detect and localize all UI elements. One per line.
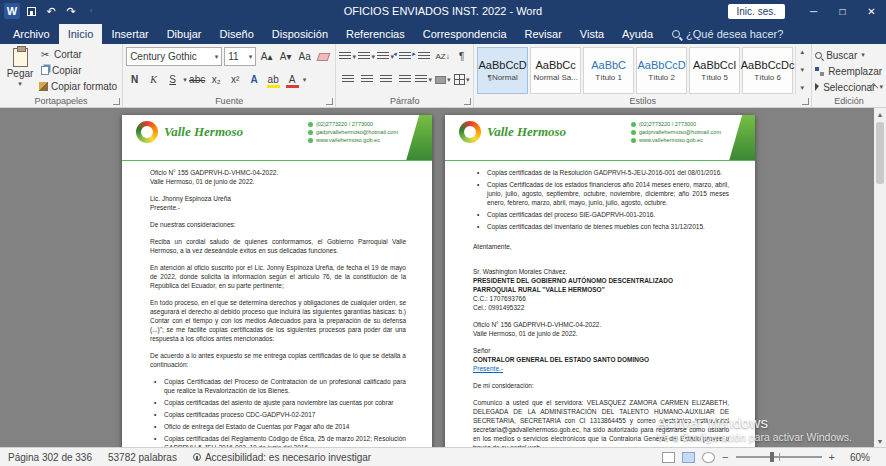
copy-button[interactable]: Copiar [37, 63, 119, 78]
ribbon-tab[interactable]: Revisar [516, 24, 571, 44]
zoom-level[interactable]: 60% [842, 452, 878, 463]
ribbon-tab[interactable]: Referencias [337, 24, 414, 44]
change-case-button[interactable]: Aa [296, 47, 313, 66]
multilevel-list-button[interactable]: ▾ [377, 47, 394, 66]
font-dialog-launcher[interactable] [326, 98, 333, 105]
undo-button[interactable]: ↶ [42, 2, 60, 20]
editing-group-label: Edición [812, 96, 886, 106]
scroll-down-button[interactable]: ▼ [877, 435, 884, 447]
increase-indent-button[interactable] [415, 47, 432, 66]
format-painter-button[interactable]: Copiar formato [37, 79, 119, 94]
vertical-scrollbar[interactable]: ▲ ▼ [874, 108, 886, 447]
font-color-dropdown-icon[interactable]: ▾ [303, 76, 307, 84]
web-layout-button[interactable] [702, 452, 715, 463]
highlight-button[interactable]: ab [265, 70, 282, 89]
print-layout-button[interactable] [682, 452, 695, 463]
font-group-label: Fuente [123, 96, 335, 106]
strikethrough-button[interactable]: abc [189, 70, 206, 89]
ribbon-tab[interactable]: Dibujar [158, 24, 211, 44]
gallery-up-button[interactable]: ▴ [800, 48, 804, 56]
zoom-slider[interactable] [736, 456, 822, 458]
replace-button[interactable]: Reemplazar [815, 64, 883, 78]
align-left-button[interactable] [339, 70, 356, 89]
grow-font-button[interactable]: A▴ [258, 47, 275, 66]
bold-button[interactable]: N [126, 70, 143, 89]
doc-paragraph: De acuerdo a lo antes expuesto se me ent… [150, 351, 406, 369]
decrease-indent-button[interactable] [396, 47, 413, 66]
ribbon-tab[interactable]: Disposición [263, 24, 337, 44]
bullet-list-button[interactable]: ▾ [339, 47, 356, 66]
style-item[interactable]: AaBbCcI Título 5 [689, 47, 740, 94]
align-center-button[interactable] [358, 70, 375, 89]
paste-button[interactable]: Pegar ▾ [3, 46, 37, 94]
tell-me-search[interactable]: ¿Qué desea hacer? [672, 28, 783, 44]
underline-button[interactable]: S [164, 70, 181, 89]
font-size-select[interactable]: 11 ▾ [224, 47, 256, 66]
italic-button[interactable]: K [145, 70, 162, 89]
font-name-select[interactable]: Century Gothic ▾ [126, 47, 222, 66]
sort-button[interactable]: AZ↓ [434, 47, 451, 66]
ribbon-tab[interactable]: Diseño [211, 24, 263, 44]
chevron-down-icon: ▾ [371, 53, 375, 61]
paste-dropdown-icon[interactable]: ▾ [18, 80, 22, 88]
doc-paragraph: Copias certificadas del Reglamento Códig… [150, 434, 406, 447]
style-item[interactable]: AaBbCcD Título 2 [636, 47, 687, 94]
clipboard-dialog-launcher[interactable] [113, 98, 120, 105]
close-button[interactable]: ✕ [857, 0, 886, 22]
shading-button[interactable]: ▾ [434, 70, 451, 89]
align-right-button[interactable] [377, 70, 394, 89]
word-count[interactable]: 53782 palabras [100, 452, 185, 463]
ribbon-tab[interactable]: Archivo [4, 24, 59, 44]
underline-dropdown-icon[interactable]: ▾ [183, 76, 187, 84]
qat-customize-button[interactable]: ▾ [82, 2, 100, 20]
save-button[interactable] [22, 2, 40, 20]
scrollbar-thumb[interactable] [876, 122, 884, 184]
font-color-button[interactable]: A [284, 70, 301, 89]
zoom-out-button[interactable]: − [722, 451, 728, 463]
line-spacing-button[interactable]: ▾ [415, 70, 432, 89]
page-indicator[interactable]: Página 302 de 336 [0, 452, 100, 463]
document-area[interactable]: Valle Hermoso (02)2773220 / 2773000 gadp… [0, 108, 874, 447]
accessibility-status[interactable]: Accesibilidad: es necesario investigar [185, 452, 379, 463]
borders-button[interactable]: ▾ [453, 70, 470, 89]
font-size-value: 11 [228, 51, 238, 62]
redo-button[interactable]: ↷ [62, 2, 80, 20]
find-button[interactable]: Buscar ▾ [815, 48, 883, 62]
show-marks-button[interactable]: ¶ [453, 47, 470, 66]
ribbon-tabs: ArchivoInicioInsertarDibujarDiseñoDispos… [0, 24, 662, 44]
sign-in-button[interactable]: Inic. ses. [728, 4, 785, 19]
style-item[interactable]: AaBbCcDc Título 6 [742, 47, 793, 94]
style-item[interactable]: AaBbC Título 1 [583, 47, 634, 94]
justify-button[interactable] [396, 70, 413, 89]
cut-button[interactable]: ✂ Cortar [37, 47, 119, 62]
ribbon-tab[interactable]: Vista [571, 24, 613, 44]
subscript-button[interactable]: x₂ [208, 70, 225, 89]
superscript-button[interactable]: x² [227, 70, 244, 89]
style-item[interactable]: AaBbCc Normal Sa... [530, 47, 581, 94]
styles-group: AaBbCcD ¶Normal AaBbCc Normal Sa... AaBb… [474, 44, 812, 107]
paragraph-dialog-launcher[interactable] [464, 98, 471, 105]
document-page-1[interactable]: Valle Hermoso (02)2773220 / 2773000 gadp… [122, 115, 432, 447]
read-mode-button[interactable] [662, 452, 675, 463]
gallery-more-button[interactable]: ▾ [800, 84, 804, 92]
styles-dialog-launcher[interactable] [802, 98, 809, 105]
ribbon-tab[interactable]: Correspondencia [414, 24, 516, 44]
ribbon-tab[interactable]: Inicio [59, 24, 103, 44]
clear-formatting-button[interactable] [315, 47, 332, 66]
numbered-list-button[interactable]: ▾ [358, 47, 375, 66]
minimize-button[interactable]: ─ [799, 0, 828, 22]
maximize-button[interactable]: □ [828, 0, 857, 22]
shrink-font-button[interactable]: A▾ [277, 47, 294, 66]
zoom-in-button[interactable]: + [829, 451, 835, 463]
gallery-down-button[interactable]: ▾ [800, 66, 804, 74]
ribbon-tab[interactable]: Insertar [102, 24, 157, 44]
ribbon-tab[interactable]: Ayuda [613, 24, 662, 44]
scroll-up-button[interactable]: ▲ [877, 108, 884, 120]
text-effects-button[interactable]: A [246, 70, 263, 89]
document-page-2[interactable]: Valle Hermoso (02)2773220 / 2773000 gadp… [445, 115, 755, 447]
word-app-icon[interactable]: W [4, 3, 20, 19]
collapse-ribbon-button[interactable] [866, 80, 880, 92]
zoom-slider-thumb[interactable] [770, 452, 774, 462]
bullet-list-icon [339, 52, 351, 61]
style-item[interactable]: AaBbCcD ¶Normal [477, 47, 528, 94]
